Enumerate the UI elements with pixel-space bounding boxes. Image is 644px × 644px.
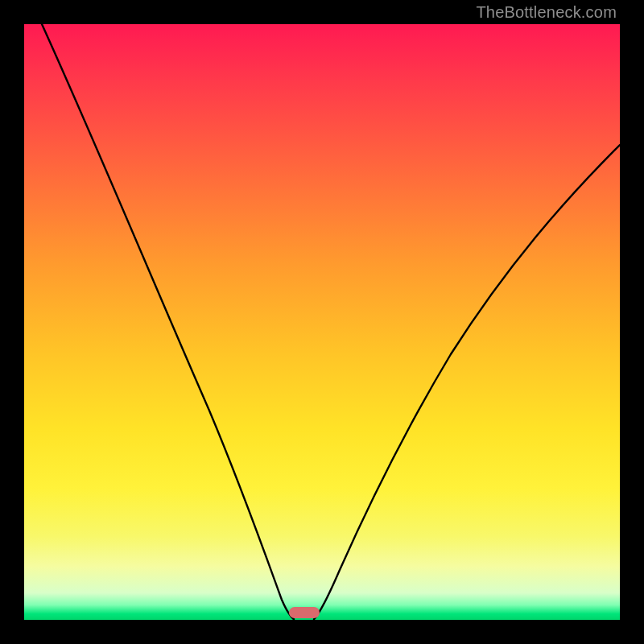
chart-frame: TheBottleneck.com [0, 0, 644, 644]
curve-left-branch [42, 24, 294, 619]
watermark-text: TheBottleneck.com [476, 3, 617, 22]
plot-area [24, 24, 620, 620]
bottleneck-curve [24, 24, 620, 620]
min-marker [289, 607, 320, 618]
curve-right-branch [314, 145, 620, 619]
